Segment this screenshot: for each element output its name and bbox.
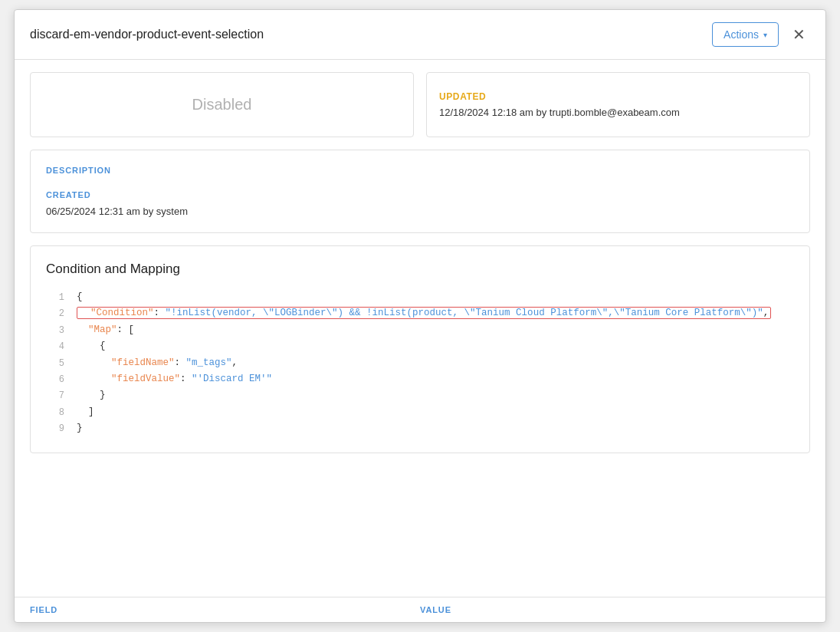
modal-container: discard-em-vendor-product-event-selectio…: [14, 9, 826, 623]
description-label: DESCRIPTION: [46, 166, 794, 175]
line-content-7: }: [77, 387, 794, 403]
code-line-8: 8 ]: [46, 404, 794, 420]
code-line-6: 6 "fieldValue": "'Discard EM'": [46, 371, 794, 387]
code-line-9: 9 }: [46, 420, 794, 436]
updated-label: UPDATED: [439, 91, 486, 102]
condition-mapping-title: Condition and Mapping: [46, 262, 794, 277]
code-line-1: 1 {: [46, 289, 794, 305]
header-actions: Actions ▾ ✕: [712, 22, 810, 47]
modal-body: Disabled UPDATED 12/18/2024 12:18 am by …: [15, 60, 825, 597]
line-content-8: ]: [77, 404, 794, 420]
modal-header: discard-em-vendor-product-event-selectio…: [15, 10, 825, 60]
line-content-2: "Condition": "!inList(vendor, \"LOGBinde…: [77, 305, 794, 321]
line-num-2: 2: [46, 305, 64, 321]
created-label: CREATED: [46, 190, 794, 199]
line-content-1: {: [77, 289, 794, 305]
line-num-5: 5: [46, 355, 64, 371]
code-block: 1 { 2 "Condition": "!inList(vendor, \"LO…: [46, 289, 794, 437]
actions-button[interactable]: Actions ▾: [712, 22, 779, 47]
updated-value: 12/18/2024 12:18 am by trupti.bomble@exa…: [439, 107, 680, 118]
chevron-down-icon: ▾: [763, 31, 767, 39]
line-content-5: "fieldName": "m_tags",: [77, 355, 794, 371]
line-num-6: 6: [46, 371, 64, 387]
line-num-8: 8: [46, 404, 64, 420]
code-line-2: 2 "Condition": "!inList(vendor, \"LOGBin…: [46, 305, 794, 321]
line-num-4: 4: [46, 338, 64, 354]
code-line-3: 3 "Map": [: [46, 322, 794, 338]
highlighted-condition: "Condition": "!inList(vendor, \"LOGBinde…: [77, 307, 771, 319]
created-value: 06/25/2024 12:31 am by system: [46, 206, 794, 217]
line-num-1: 1: [46, 289, 64, 305]
line-content-3: "Map": [: [77, 322, 794, 338]
line-num-3: 3: [46, 322, 64, 338]
line-content-4: {: [77, 338, 794, 354]
status-card-updated: UPDATED 12/18/2024 12:18 am by trupti.bo…: [426, 72, 810, 137]
code-line-5: 5 "fieldName": "m_tags",: [46, 355, 794, 371]
line-content-9: }: [77, 420, 794, 436]
code-line-4: 4 {: [46, 338, 794, 354]
footer-value-label: VALUE: [420, 605, 810, 614]
close-button[interactable]: ✕: [788, 25, 810, 44]
footer-row: FIELD VALUE: [15, 597, 825, 622]
modal-title: discard-em-vendor-product-event-selectio…: [30, 28, 264, 41]
line-num-7: 7: [46, 387, 64, 403]
code-line-7: 7 }: [46, 387, 794, 403]
condition-mapping-card: Condition and Mapping 1 { 2 "Condition":…: [30, 245, 810, 453]
footer-field-label: FIELD: [30, 605, 420, 614]
status-card-disabled: Disabled: [30, 72, 414, 137]
status-disabled-label: Disabled: [192, 96, 252, 114]
status-row: Disabled UPDATED 12/18/2024 12:18 am by …: [30, 72, 810, 137]
line-content-6: "fieldValue": "'Discard EM'": [77, 371, 794, 387]
actions-label: Actions: [724, 28, 759, 41]
line-num-9: 9: [46, 420, 64, 436]
description-card: DESCRIPTION CREATED 06/25/2024 12:31 am …: [30, 150, 810, 233]
